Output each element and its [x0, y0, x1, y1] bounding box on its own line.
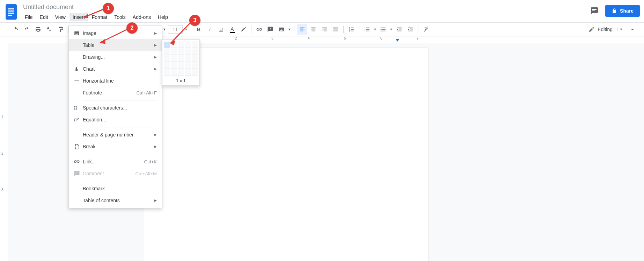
menu-item-special-characters[interactable]: Ω Special characters... [69, 102, 162, 114]
docs-logo-icon[interactable] [4, 3, 18, 21]
dropdown-arrow-icon[interactable]: ▼ [373, 28, 377, 31]
collapse-toolbar-button[interactable] [627, 24, 638, 35]
align-left-button[interactable] [297, 24, 307, 35]
svg-rect-1 [8, 8, 14, 9]
menu-item-bookmark[interactable]: Bookmark [69, 183, 162, 195]
table-grid-cell[interactable] [171, 42, 177, 48]
menu-addons[interactable]: Add-ons [130, 13, 154, 21]
table-grid-cell[interactable] [192, 70, 198, 76]
table-grid-cell[interactable] [171, 56, 177, 62]
align-right-button[interactable] [319, 24, 330, 35]
decrease-indent-button[interactable] [394, 24, 404, 35]
redo-button[interactable] [22, 24, 32, 35]
table-grid-cell[interactable] [164, 42, 170, 48]
share-button[interactable]: Share [605, 5, 640, 17]
table-grid-cell[interactable] [178, 56, 184, 62]
menu-edit[interactable]: Edit [37, 13, 51, 21]
align-justify-button[interactable] [330, 24, 341, 35]
menu-help[interactable]: Help [155, 13, 171, 21]
bulleted-list-button[interactable] [378, 24, 388, 35]
ruler-number: 3 [271, 36, 273, 40]
menu-format[interactable]: Format [89, 13, 110, 21]
table-grid-cell[interactable] [164, 49, 170, 55]
menu-item-comment: Comment Ctrl+Alt+M [69, 168, 162, 179]
menu-tools[interactable]: Tools [111, 13, 129, 21]
spellcheck-button[interactable] [44, 24, 54, 35]
menu-separator [83, 100, 157, 100]
table-grid-cell[interactable] [185, 49, 191, 55]
table-grid-cell[interactable] [171, 70, 177, 76]
table-grid-cell[interactable] [171, 49, 177, 55]
menu-item-label: Chart [83, 66, 152, 72]
menu-insert[interactable]: Insert [69, 13, 88, 21]
comment-icon [74, 170, 83, 177]
table-grid-cell[interactable] [185, 56, 191, 62]
table-grid-cell[interactable] [178, 70, 184, 76]
menu-item-horizontal-line[interactable]: Horizontal line [69, 75, 162, 87]
menu-item-link[interactable]: Link... Ctrl+K [69, 156, 162, 168]
table-grid-cell[interactable] [185, 63, 191, 69]
table-grid-cell[interactable] [178, 49, 184, 55]
menu-item-image[interactable]: Image ▶ [69, 27, 162, 39]
open-comments-icon[interactable] [590, 6, 599, 15]
insert-link-button[interactable] [254, 24, 264, 35]
table-grid-cell[interactable] [178, 63, 184, 69]
menu-item-label: Footnote [83, 90, 136, 96]
svg-rect-0 [6, 4, 17, 20]
table-grid-cell[interactable] [192, 63, 198, 69]
menu-item-equation[interactable]: π² Equation... [69, 114, 162, 126]
table-grid-cell[interactable] [178, 42, 184, 48]
document-title[interactable]: Untitled document [22, 3, 171, 12]
menu-item-table[interactable]: Table ▶ [69, 39, 162, 51]
paint-format-button[interactable] [55, 24, 66, 35]
insert-image-button[interactable] [276, 24, 287, 35]
dropdown-arrow-icon[interactable]: ▼ [287, 28, 292, 31]
align-center-button[interactable] [308, 24, 319, 35]
table-grid-cell[interactable] [192, 42, 198, 48]
menu-item-header-pagenumber[interactable]: Header & page number ▶ [69, 129, 162, 141]
table-grid-cell[interactable] [192, 56, 198, 62]
print-button[interactable] [33, 24, 43, 35]
horizontal-ruler[interactable]: 2 3 4 5 6 7 [158, 36, 507, 43]
menu-item-label: Table of contents [83, 198, 152, 203]
underline-button[interactable]: U [216, 24, 226, 35]
numbered-list-button[interactable] [362, 24, 372, 35]
dropdown-arrow-icon[interactable]: ▼ [162, 28, 167, 31]
clear-formatting-button[interactable] [421, 24, 431, 35]
menu-view[interactable]: View [52, 13, 69, 21]
separator [359, 26, 359, 33]
table-grid-cell[interactable] [192, 49, 198, 55]
text-color-button[interactable]: A [227, 24, 237, 35]
table-grid-cell[interactable] [171, 63, 177, 69]
lock-icon [612, 8, 617, 14]
dropdown-arrow-icon[interactable]: ▼ [389, 28, 393, 31]
table-grid-cell[interactable] [185, 42, 191, 48]
italic-button[interactable]: I [205, 24, 215, 35]
line-spacing-button[interactable] [346, 24, 357, 35]
table-grid-cell[interactable] [164, 63, 170, 69]
right-indent-marker[interactable] [396, 39, 399, 42]
menu-item-chart[interactable]: Chart ▶ [69, 63, 162, 75]
table-grid-cell[interactable] [185, 70, 191, 76]
menu-item-label: Comment [83, 171, 136, 176]
dropdown-arrow-icon[interactable]: ▼ [617, 28, 622, 31]
dropdown-arrow-icon[interactable]: ▼ [184, 28, 188, 31]
font-size-input[interactable]: 11 [168, 25, 183, 34]
table-grid-cell[interactable] [164, 70, 170, 76]
separator [191, 26, 191, 33]
menu-item-drawing[interactable]: Drawing... ▶ [69, 51, 162, 63]
menu-item-table-of-contents[interactable]: Table of contents ▶ [69, 195, 162, 206]
menu-item-footnote[interactable]: Footnote Ctrl+Alt+F [69, 87, 162, 99]
editing-mode-button[interactable]: Editing ▼ [586, 25, 624, 34]
undo-button[interactable] [10, 24, 21, 35]
submenu-arrow-icon: ▶ [152, 67, 157, 71]
table-grid[interactable] [164, 42, 198, 76]
ruler-number: 2 [235, 36, 237, 40]
highlight-button[interactable] [238, 24, 249, 35]
menu-item-break[interactable]: Break ▶ [69, 141, 162, 153]
insert-comment-button[interactable] [265, 24, 276, 35]
increase-indent-button[interactable] [405, 24, 416, 35]
table-grid-cell[interactable] [164, 56, 170, 62]
vertical-ruler[interactable]: 1 2 3 [0, 43, 8, 261]
menu-file[interactable]: File [22, 13, 36, 21]
